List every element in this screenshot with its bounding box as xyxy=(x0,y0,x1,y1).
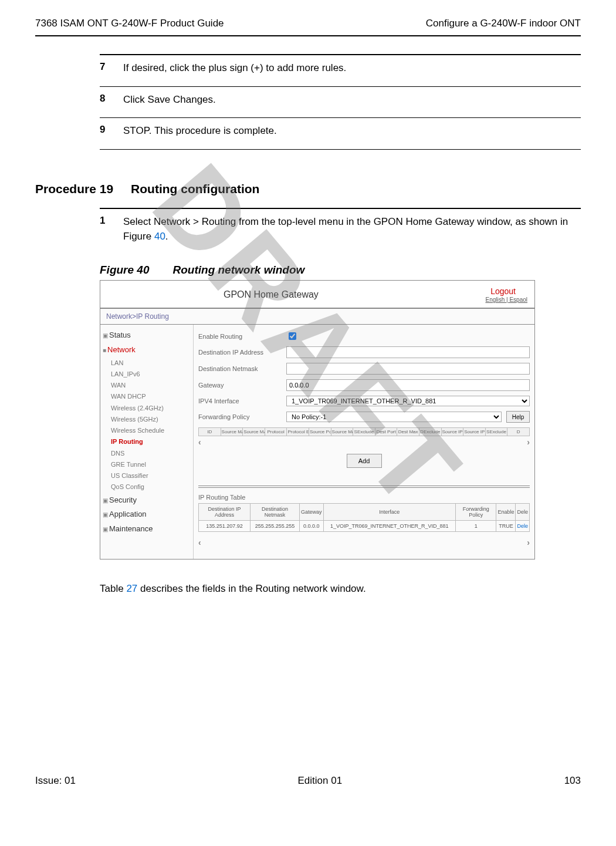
figure-40-caption: Figure 40Routing network window xyxy=(100,264,581,277)
nav-wan-dhcp[interactable]: WAN DHCP xyxy=(103,391,191,402)
logout-link[interactable]: Logout xyxy=(490,287,516,296)
col-d: D xyxy=(507,428,530,436)
rt-dest-netmask-value: 255.255.255.255 xyxy=(251,521,300,532)
ipv4-interface-select[interactable]: 1_VOIP_TR069_INTERNET_OTHER_R_VID_881 xyxy=(286,396,530,406)
nav-lan[interactable]: LAN xyxy=(103,358,191,369)
nav-wan[interactable]: WAN xyxy=(103,380,191,391)
nav-gre-tunnel[interactable]: GRE Tunnel xyxy=(103,459,191,470)
col-dest-max: Dest Max xyxy=(397,428,419,436)
scroll-right-icon[interactable]: › xyxy=(527,437,530,447)
rt-col-dest-ip: Destination IP Address xyxy=(199,504,251,521)
rt-interface-value: 1_VOIP_TR069_INTERNET_OTHER_R_VID_881 xyxy=(323,521,456,532)
footer-issue: Issue: 01 xyxy=(35,775,76,787)
enable-routing-label: Enable Routing xyxy=(198,333,286,340)
header-right: Configure a G-240W-F indoor ONT xyxy=(426,18,581,29)
col-dest-port: Dest Port xyxy=(375,428,397,436)
expand-icon: ▣ xyxy=(103,332,108,339)
app-title: GPON Home Gateway xyxy=(224,289,319,300)
fwd-policy-label: Forwarding Policy xyxy=(198,413,286,420)
fwd-policy-select[interactable]: No Policy:-1 xyxy=(286,412,502,422)
page-footer: Issue: 01 Edition 01 103 xyxy=(35,775,581,787)
figure-40-link[interactable]: 40 xyxy=(154,231,165,242)
dest-netmask-input[interactable] xyxy=(286,363,530,375)
proc19-step-1-text: Select Network > Routing from the top-le… xyxy=(123,215,581,244)
nav-ip-routing[interactable]: IP Routing xyxy=(103,436,191,447)
proc19-step-1-number: 1 xyxy=(100,215,123,244)
step-7-number: 7 xyxy=(100,61,123,76)
step-9: 9 STOP. This procedure is complete. xyxy=(100,117,581,150)
nav-maintenance[interactable]: ▣Maintenance xyxy=(103,522,191,537)
expand-icon: ▣ xyxy=(103,526,108,532)
nav-wireless-24[interactable]: Wireless (2.4GHz) xyxy=(103,403,191,414)
proc19-step-1: 1 Select Network > Routing from the top-… xyxy=(100,208,581,254)
table-27-link[interactable]: 27 xyxy=(126,583,137,594)
col-sexclude: SExclude xyxy=(353,428,375,436)
rt-col-dele: Dele xyxy=(516,504,530,521)
dest-ip-input[interactable] xyxy=(286,346,530,358)
procedure-title: Routing configuration xyxy=(131,182,259,196)
language-links[interactable]: English | Espaol xyxy=(485,296,527,303)
col-id: ID xyxy=(199,428,221,436)
ipv4-interface-label: IPV4 Interface xyxy=(198,397,286,405)
col-source-ip-mask: Source IP Mask xyxy=(463,428,486,436)
gateway-input[interactable] xyxy=(286,379,530,391)
step-9-text: STOP. This procedure is complete. xyxy=(123,124,277,139)
nav-application[interactable]: ▣Application xyxy=(103,507,191,522)
table-27-reference: Table 27 describes the fields in the Rou… xyxy=(100,583,581,595)
horizontal-scrollbar-2[interactable]: ‹ › xyxy=(198,538,530,547)
scroll-right-icon[interactable]: › xyxy=(527,538,530,547)
footer-page-number: 103 xyxy=(564,775,581,787)
rules-table: ID Source MAC Source MAC Exclude Protoco… xyxy=(198,427,530,436)
col-source-max: Source Max xyxy=(331,428,353,436)
col-protocol: Protocol xyxy=(265,428,287,436)
nav-wireless-schedule[interactable]: Wireless Schedule xyxy=(103,425,191,436)
nav-lan-ipv6[interactable]: LAN_IPv6 xyxy=(103,369,191,380)
gateway-label: Gateway xyxy=(198,382,286,389)
table-row: 135.251.207.92 255.255.255.255 0.0.0.0 1… xyxy=(199,521,530,532)
section-divider xyxy=(198,486,530,486)
col-protocol-exclude: Protocol Exclude xyxy=(287,428,309,436)
nav-wireless-5[interactable]: Wireless (5GHz) xyxy=(103,414,191,425)
section-divider xyxy=(198,487,530,488)
header-left: 7368 ISAM ONT G-240W-F Product Guide xyxy=(35,18,224,29)
col-sexclude2: SExclude xyxy=(485,428,507,436)
dest-ip-label: Destination IP Address xyxy=(198,349,286,356)
rt-delete-link[interactable]: Dele xyxy=(516,521,530,532)
page-header: 7368 ISAM ONT G-240W-F Product Guide Con… xyxy=(35,18,581,29)
footer-edition: Edition 01 xyxy=(298,775,343,787)
col-source-mac: Source MAC xyxy=(221,428,243,436)
col-dexclude: DExclude xyxy=(419,428,441,436)
procedure-number: Procedure 19 xyxy=(35,182,113,196)
horizontal-scrollbar[interactable]: ‹ › xyxy=(198,437,530,447)
nav-security[interactable]: ▣Security xyxy=(103,493,191,508)
scroll-left-icon[interactable]: ‹ xyxy=(198,538,201,547)
routing-window-screenshot: GPON Home Gateway Logout English | Espao… xyxy=(100,280,535,559)
rt-fwd-policy-value: 1 xyxy=(456,521,496,532)
nav-qos-config[interactable]: QoS Config xyxy=(103,481,191,493)
rt-col-enable: Enable xyxy=(496,504,516,521)
app-topbar: GPON Home Gateway Logout English | Espao… xyxy=(100,281,534,309)
main-panel: Enable Routing Destination IP Address De… xyxy=(194,325,534,559)
step-8-number: 8 xyxy=(100,93,123,107)
nav-us-classifier[interactable]: US Classifier xyxy=(103,470,191,481)
nav-network[interactable]: ■Network xyxy=(103,343,191,358)
procedure-heading: Procedure 19Routing configuration xyxy=(35,182,581,196)
figure-40-label: Figure 40 xyxy=(100,264,149,276)
step-9-number: 9 xyxy=(100,124,123,139)
scroll-left-icon[interactable]: ‹ xyxy=(198,437,201,447)
ip-routing-table: Destination IP Address Destination Netma… xyxy=(198,503,530,532)
rt-dest-ip-value: 135.251.207.92 xyxy=(199,521,251,532)
enable-routing-checkbox[interactable] xyxy=(289,332,296,340)
nav-dns[interactable]: DNS xyxy=(103,448,191,459)
add-button[interactable]: Add xyxy=(347,454,382,468)
step-8-text: Click Save Changes. xyxy=(123,93,216,107)
step-7: 7 If desired, click the plus sign (+) to… xyxy=(100,54,581,86)
nav-status[interactable]: ▣Status xyxy=(103,328,191,343)
breadcrumb: Network>IP Routing xyxy=(100,309,534,325)
help-button[interactable]: Help xyxy=(506,411,530,423)
rt-gateway-value: 0.0.0.0 xyxy=(300,521,324,532)
step-8: 8 Click Save Changes. xyxy=(100,86,581,118)
col-source-port: Source Port xyxy=(309,428,331,436)
rt-enable-value: TRUE xyxy=(496,521,516,532)
expand-icon: ▣ xyxy=(103,497,108,504)
